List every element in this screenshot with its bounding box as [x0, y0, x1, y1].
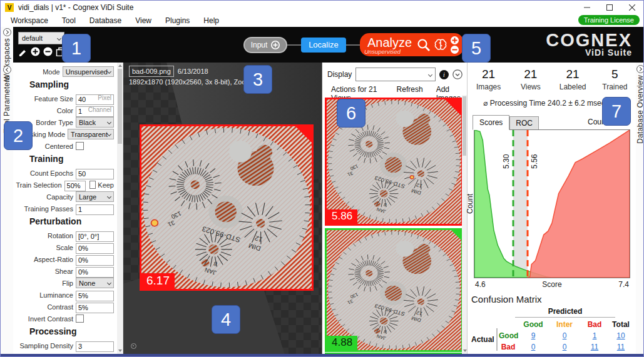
cm-bad-total[interactable]: 11 [617, 343, 625, 351]
remove-workspace-icon[interactable] [43, 47, 53, 56]
parameters-scrollbar[interactable] [117, 63, 123, 354]
menu-database[interactable]: Database [86, 16, 125, 25]
training-passes-input[interactable] [76, 204, 114, 215]
view-thumbnail-good[interactable]: STD-95.02312DIM8JAN13031 4.88 [325, 228, 463, 352]
expand-right-icon[interactable] [3, 28, 11, 36]
cm-good-bad[interactable]: 1 [593, 331, 597, 340]
cm-good-total[interactable]: 10 [616, 331, 625, 340]
callout-5: 5 [462, 34, 491, 63]
train-selection-label: Train Selection [16, 181, 62, 189]
rename-workspace-icon[interactable] [18, 47, 28, 56]
centered-checkbox[interactable] [76, 142, 84, 150]
actual-divider [496, 328, 498, 351]
cm-good-inter[interactable]: 0 [563, 331, 567, 340]
confusion-matrix: Confusion Matrix Predicted Good Inter Ba… [471, 294, 634, 353]
localize-tool-button[interactable]: Localize [301, 38, 346, 53]
corner-marker [445, 99, 461, 116]
analyzed-view[interactable]: STD-95.02312DIM8JAN13031 6.17 [140, 124, 314, 291]
image-date: 6/13/2018 [178, 68, 208, 75]
cm-bad-bad[interactable]: 11 [591, 343, 598, 351]
info-icon[interactable] [439, 70, 449, 79]
scroll-down-icon[interactable] [118, 349, 122, 352]
masking-mode-select[interactable]: Transparent [68, 129, 114, 139]
input-tool-label: Input [251, 41, 268, 49]
workspace-select[interactable]: default [18, 32, 64, 44]
expand-right-icon[interactable] [636, 65, 644, 73]
mode-select[interactable]: Unsupervised [63, 66, 114, 77]
localize-tool-label: Localize [309, 40, 339, 49]
menu-tool[interactable]: Tool [58, 16, 79, 25]
scores-histogram[interactable]: 5.305.56 [474, 129, 630, 278]
row-label-bad: Bad [499, 343, 518, 351]
luminance-input[interactable] [76, 291, 114, 301]
thumb-score-badge: 5.86 [327, 209, 357, 224]
scroll-up-icon[interactable] [118, 64, 122, 67]
collapse-header-icon[interactable] [452, 69, 463, 79]
rotation-label: Rotation [16, 232, 73, 239]
stat-views-value: 21 [509, 68, 551, 81]
dial-image: STD-95.02312DIM8JAN13031 [327, 230, 461, 350]
border-type-select[interactable]: Black [76, 117, 114, 128]
shear-label: Shear [16, 268, 73, 275]
keep-label: Keep [98, 181, 114, 189]
sampling-density-input[interactable] [76, 341, 114, 352]
shear-input[interactable] [76, 267, 114, 278]
input-tool-button[interactable]: Input [243, 37, 287, 53]
contrast-input[interactable] [76, 303, 114, 313]
app-window: vidi_dials | v1* - Cognex ViDi Suite Wor… [0, 0, 644, 357]
aspect-ratio-input[interactable] [76, 255, 114, 266]
tab-roc[interactable]: ROC [509, 116, 539, 130]
chevron-down-icon [107, 120, 111, 124]
menu-plugins[interactable]: Plugins [161, 16, 193, 25]
callout-4: 4 [212, 305, 240, 334]
chevron-down-icon [107, 69, 111, 74]
callout-7: 7 [602, 97, 631, 126]
contrast-label: Contrast [16, 303, 73, 311]
close-button[interactable] [621, 1, 643, 14]
capacity-select[interactable]: Large [76, 191, 114, 202]
chevron-down-icon [428, 72, 432, 76]
minimize-button[interactable] [576, 1, 598, 14]
menu-view[interactable]: View [131, 16, 155, 25]
invert-contrast-label: Invert Contrast [16, 315, 73, 323]
flip-select[interactable]: None [76, 278, 114, 288]
display-filter-select[interactable] [355, 68, 436, 81]
database-overview-tab[interactable]: Database Overview [636, 65, 644, 144]
menu-help[interactable]: Help [200, 16, 223, 25]
stat-trained-label: Trained [594, 83, 636, 91]
tab-scores[interactable]: Scores [473, 115, 509, 130]
svg-text:5.30: 5.30 [502, 154, 511, 169]
brand-logo: COGNEX ViDi Suite [546, 31, 632, 58]
training-passes-label: Training Passes [16, 205, 73, 213]
chevron-down-icon [57, 36, 61, 40]
close-icon [629, 4, 635, 11]
processing-time-text: ⌀ Processing Time 240.2 ± 6.2 msecs [483, 99, 609, 108]
keep-checkbox[interactable] [89, 181, 96, 189]
right-tab-strip: Database Overview [636, 63, 644, 354]
collapse-left-icon[interactable] [3, 66, 11, 74]
maximize-button[interactable] [598, 1, 621, 14]
analyze-tool-button[interactable]: Analyze Unsupervised [360, 33, 464, 56]
magnifier-icon [416, 38, 431, 53]
cm-good-good[interactable]: 9 [531, 331, 536, 340]
add-workspace-icon[interactable] [31, 47, 40, 56]
zoom-out-icon[interactable] [451, 46, 459, 54]
flip-value: None [79, 279, 95, 287]
rotation-input[interactable] [76, 231, 114, 242]
cm-bad-inter[interactable]: 0 [563, 343, 567, 351]
app-logo-icon [5, 3, 14, 12]
workspace-selector-group: default [18, 32, 66, 56]
train-selection-input[interactable] [64, 181, 86, 191]
count-epochs-input[interactable] [76, 169, 114, 179]
scale-input[interactable] [76, 243, 114, 254]
scores-chart: 5.305.56 [474, 130, 630, 278]
zoom-reset-icon[interactable] [131, 343, 136, 349]
gallery-scrollbar[interactable] [462, 95, 467, 354]
window-title: vidi_dials | v1* - Cognex ViDi Suite [18, 3, 576, 12]
cm-bad-good[interactable]: 0 [531, 343, 536, 351]
display-label: Display [327, 70, 352, 79]
zoom-in-icon[interactable] [451, 36, 459, 44]
menu-workspace[interactable]: Workspace [7, 16, 52, 25]
invert-contrast-checkbox[interactable] [76, 314, 84, 323]
col-header-good: Good [519, 320, 548, 329]
